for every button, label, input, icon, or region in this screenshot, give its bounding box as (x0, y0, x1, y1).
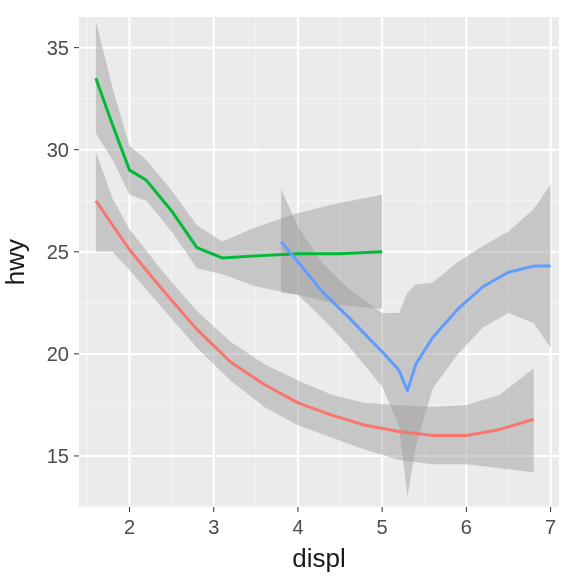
x-tick-label: 3 (208, 516, 219, 538)
x-axis-title: displ (292, 543, 345, 573)
y-axis: 1520253035 (47, 37, 79, 467)
y-axis-title: hwy (0, 239, 30, 285)
y-tick-label: 30 (47, 139, 69, 161)
y-tick-label: 20 (47, 343, 69, 365)
y-tick-label: 15 (47, 445, 69, 467)
x-tick-label: 6 (461, 516, 472, 538)
x-tick-label: 2 (124, 516, 135, 538)
x-tick-label: 7 (545, 516, 556, 538)
y-tick-label: 35 (47, 37, 69, 59)
x-tick-label: 5 (377, 516, 388, 538)
x-axis: 234567 (124, 507, 556, 538)
chart-svg: 234567 1520253035 displ hwy (0, 0, 576, 576)
chart-container: 234567 1520253035 displ hwy (0, 0, 576, 576)
y-tick-label: 25 (47, 241, 69, 263)
x-tick-label: 4 (292, 516, 303, 538)
